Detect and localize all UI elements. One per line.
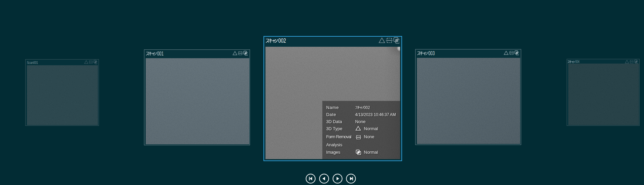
svg-text:None: None bbox=[355, 119, 365, 124]
svg-text:Normal: Normal bbox=[364, 126, 378, 131]
svg-text:003: 003 bbox=[428, 51, 435, 56]
svg-text:004: 004 bbox=[575, 60, 579, 64]
svg-text:Analysis: Analysis bbox=[326, 142, 343, 147]
svg-text:Images: Images bbox=[326, 150, 341, 155]
svg-text:Date: Date bbox=[326, 112, 336, 117]
svg-text:Normal: Normal bbox=[364, 150, 378, 155]
svg-text:002: 002 bbox=[363, 105, 370, 110]
svg-text:None: None bbox=[364, 134, 374, 139]
svg-text:Scan001: Scan001 bbox=[27, 61, 38, 65]
svg-text:3D Type: 3D Type bbox=[326, 126, 342, 131]
svg-text:001: 001 bbox=[157, 51, 164, 57]
svg-text:4/13/2023 10:46:37 AM: 4/13/2023 10:46:37 AM bbox=[355, 112, 396, 117]
svg-text:Form Removal: Form Removal bbox=[326, 134, 351, 139]
svg-text:3D Data: 3D Data bbox=[326, 119, 342, 124]
svg-text:Name: Name bbox=[326, 105, 338, 110]
svg-text:002: 002 bbox=[278, 38, 286, 44]
